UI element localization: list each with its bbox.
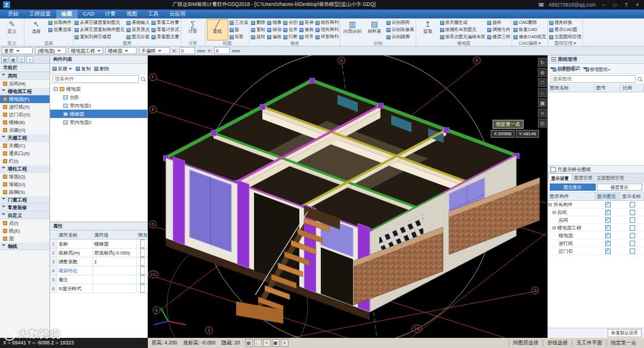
- ribbon-big-button[interactable]: ╱ 直线: [207, 19, 228, 41]
- attach-checkbox[interactable]: [140, 257, 145, 266]
- y-offset-input[interactable]: [214, 47, 230, 54]
- show-name-checkbox[interactable]: [630, 225, 635, 231]
- ribbon-small-button[interactable]: 查看工程量: [151, 19, 179, 26]
- collapse-icon[interactable]: [54, 87, 58, 91]
- ribbon-small-button[interactable]: 复制: [251, 26, 265, 33]
- ribbon-small-button[interactable]: 拾取构件: [48, 19, 72, 26]
- ribbon-small-button[interactable]: 镜像: [267, 19, 281, 26]
- view-tool-icon[interactable]: ⊕: [538, 68, 547, 77]
- display-row[interactable]: 楼地面: [548, 232, 644, 240]
- ribbon-small-button[interactable]: 显示CAD图: [549, 26, 581, 33]
- status-mode-item[interactable]: 折线选择: [543, 340, 572, 347]
- property-row[interactable]: 5 备注: [50, 275, 147, 284]
- nav-item[interactable]: 零星装修: [0, 204, 49, 212]
- nav-header-icon[interactable]: ◫: [18, 56, 25, 63]
- nav-item[interactable]: 点(I): [0, 219, 49, 227]
- ribbon-small-button[interactable]: 识别房间: [386, 19, 414, 26]
- display-row[interactable]: 房间: [548, 216, 644, 224]
- show-element-checkbox[interactable]: [605, 225, 611, 231]
- ribbon-small-button[interactable]: 查看计算式: [151, 26, 179, 33]
- component-search-input[interactable]: [52, 75, 139, 83]
- show-name-checkbox[interactable]: [630, 248, 635, 254]
- ribbon-small-button[interactable]: 线性阵列: [315, 19, 339, 26]
- ribbon-tab[interactable]: 工程设置: [24, 10, 56, 18]
- attach-checkbox[interactable]: [140, 240, 145, 248]
- ribbon-small-button[interactable]: 按属性布置图元: [440, 26, 486, 33]
- nav-item[interactable]: 自定义: [0, 212, 49, 219]
- show-element-checkbox[interactable]: [605, 202, 611, 207]
- view-tool-icon[interactable]: □: [538, 78, 547, 87]
- display-row[interactable]: 过门石: [548, 247, 644, 255]
- nav-item[interactable]: 楼地面(F): [0, 95, 49, 103]
- status-toggle-icon[interactable]: ∟: [254, 339, 262, 347]
- component-tree-item[interactable]: 楼梯面: [50, 110, 147, 118]
- toolbar-dropdown[interactable]: 不偏移: [139, 47, 170, 54]
- attach-checkbox[interactable]: [140, 284, 145, 293]
- nav-item[interactable]: 灯(I): [0, 157, 49, 165]
- ribbon-small-button[interactable]: 复制到其它楼层: [75, 33, 125, 41]
- component-tree-item[interactable]: 室内地面2: [50, 118, 147, 126]
- x-offset-input[interactable]: [179, 47, 195, 54]
- status-mode-item[interactable]: 无工作平面: [572, 340, 606, 347]
- ribbon-small-button[interactable]: CAD删除: [513, 19, 546, 26]
- ribbon-small-button[interactable]: 圆: [230, 26, 249, 33]
- search-icon[interactable]: [637, 77, 642, 81]
- ribbon-small-button[interactable]: 调整方向: [487, 26, 510, 33]
- show-element-checkbox[interactable]: [605, 248, 611, 254]
- ribbon-big-button[interactable]: ▤ 材料表: [364, 19, 385, 41]
- ribbon-big-button[interactable]: ▥ 内部识别: [342, 19, 363, 41]
- property-row[interactable]: 6 显示样式: [50, 284, 147, 293]
- nav-item[interactable]: 过门石(G): [0, 111, 49, 119]
- ribbon-small-button[interactable]: 矩形: [230, 33, 249, 41]
- nav-item[interactable]: 墙裙(U): [0, 181, 49, 188]
- nav-item[interactable]: 房间(M): [0, 80, 49, 88]
- status-toggle-icon[interactable]: ⌖: [281, 339, 289, 347]
- show-element-checkbox[interactable]: [605, 233, 611, 238]
- attach-checkbox[interactable]: [140, 248, 145, 257]
- nav-header-icon[interactable]: ▤: [1, 56, 8, 63]
- status-mode-item[interactable]: 跨图层选择: [509, 340, 543, 347]
- ribbon-small-button[interactable]: 批量选择: [48, 26, 72, 33]
- nav-item[interactable]: 点缀(O): [0, 126, 49, 134]
- ribbon-small-button[interactable]: 楼层三维: [487, 33, 510, 41]
- nav-item[interactable]: 天棚(C): [0, 142, 49, 150]
- ribbon-small-button[interactable]: 延伸: [299, 19, 314, 26]
- ribbon-big-button[interactable]: ✎ 定义: [1, 19, 23, 41]
- ribbon-small-button[interactable]: 旋转: [251, 33, 265, 41]
- ribbon-small-button[interactable]: 从其它楼层复制图元: [75, 19, 125, 26]
- ribbon-big-button[interactable]: ↥ 提取: [417, 19, 439, 41]
- ribbon-small-button[interactable]: 打断: [283, 33, 298, 41]
- property-row[interactable]: 3 调整系数 1: [50, 257, 147, 266]
- nav-item[interactable]: 墙柱工程: [0, 165, 49, 173]
- ribbon-small-button[interactable]: 从其它层复制构件图元: [75, 26, 125, 33]
- ribbon-small-button[interactable]: 环形阵列: [315, 33, 339, 41]
- ribbon-small-button[interactable]: 放样: [487, 19, 510, 26]
- ribbon-tab[interactable]: 计量: [100, 10, 121, 18]
- nav-item[interactable]: 面: [0, 235, 49, 243]
- display-row[interactable]: ⊟ 房间: [548, 209, 644, 216]
- ribbon-big-button[interactable]: ∑ 计算: [182, 19, 204, 41]
- toolbar-dropdown[interactable]: 首层: [2, 47, 33, 54]
- ribbon-big-button[interactable]: ↖ 选择: [26, 19, 47, 41]
- view-tool-icon[interactable]: ▣: [538, 98, 547, 107]
- ribbon-small-button[interactable]: 设置原点: [126, 26, 150, 33]
- ribbon-small-button[interactable]: 分割: [283, 19, 298, 26]
- show-element-checkbox[interactable]: [605, 241, 611, 246]
- account-email[interactable]: 489273918@qq.com: [549, 2, 596, 8]
- component-tree-item[interactable]: 楼地面: [50, 85, 147, 93]
- display-row[interactable]: ⊟ 所有构件: [548, 201, 644, 209]
- show-name-checkbox[interactable]: [630, 233, 635, 238]
- split-only-checkbox[interactable]: [550, 167, 556, 172]
- nav-item[interactable]: 楼梯(B): [0, 119, 49, 126]
- ribbon-tab[interactable]: 工具: [143, 10, 164, 18]
- ribbon-tab[interactable]: 开始: [2, 10, 24, 18]
- view-tool-icon[interactable]: ≡: [538, 108, 547, 117]
- 3d-viewport[interactable]: G 6 F E D 1/C 6 1/6 D 2 指定第一点 X:59966 Y:…: [148, 55, 547, 338]
- nav-item[interactable]: 墙面(Q): [0, 173, 49, 181]
- nav-item[interactable]: 房间: [0, 72, 49, 80]
- nav-item[interactable]: 通风口(A): [0, 150, 49, 157]
- display-row[interactable]: ⊟ 楼地面工程: [548, 224, 644, 232]
- property-row[interactable]: 2 底标高(m) 层底标高(-0.050): [50, 248, 147, 257]
- display-mode-tab[interactable]: 图元显示: [550, 184, 596, 191]
- ribbon-small-button[interactable]: 偏移: [267, 33, 281, 41]
